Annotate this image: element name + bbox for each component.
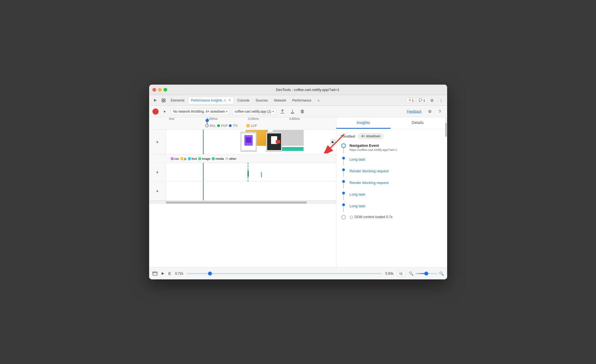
rb1-text: Render blocking request <box>350 168 443 177</box>
upload-icon-btn[interactable] <box>279 108 286 115</box>
feedback-link[interactable]: Feedback <box>407 110 422 113</box>
network-row-label[interactable] <box>149 163 166 181</box>
url-chevron-icon: ▾ <box>272 110 274 113</box>
error-count: 1 <box>412 99 414 102</box>
empty-section <box>166 130 203 154</box>
nav-entry-text: Navigation Event https://coffee-cart.net… <box>350 143 443 153</box>
maximize-button[interactable] <box>164 88 167 92</box>
long-task-2-link[interactable]: Long task <box>350 192 365 196</box>
tl-left-dom <box>341 215 346 219</box>
inspect-icon-btn[interactable] <box>160 97 167 104</box>
nav-title: Navigation Event <box>350 143 443 148</box>
dom-text: DOM content loaded 0.7s <box>350 215 443 219</box>
thumb-inner-1 <box>242 133 256 150</box>
filmstrip-label[interactable] <box>149 130 166 154</box>
play-btn[interactable] <box>161 272 165 275</box>
playback-slider[interactable] <box>187 273 382 274</box>
tab-network[interactable]: Network <box>271 97 289 104</box>
legend-bar: css js font image media <box>149 155 336 163</box>
record-button[interactable] <box>152 108 159 115</box>
blue-line-third <box>203 182 204 200</box>
thumb-img-icon <box>276 140 280 143</box>
url-dropdown[interactable]: coffee-cart.netlify.app (1) ▾ <box>232 108 276 115</box>
zoom-in-icon[interactable]: 🔍 <box>439 271 444 276</box>
legend-image-color <box>198 157 201 160</box>
svg-point-9 <box>350 216 353 219</box>
minimize-button[interactable] <box>158 88 162 92</box>
long-task-1-link[interactable]: Long task <box>350 157 365 161</box>
throttle-chevron-icon: ▾ <box>226 110 227 113</box>
thumb-purple-inner <box>246 137 251 143</box>
titlebar: DevTools - coffee-cart.netlify.app/?ad=1 <box>149 85 447 95</box>
screenshot-btn[interactable] <box>152 272 157 275</box>
tabs-right: ✕ 1 💬 1 ⚙ ⋮ <box>407 97 445 104</box>
skip-to-start-btn[interactable] <box>168 272 172 275</box>
cursor-icon-btn[interactable] <box>151 97 159 104</box>
help-btn[interactable]: ? <box>436 108 444 115</box>
legend-font: font <box>188 157 197 160</box>
thumbnail-1 <box>241 132 257 152</box>
tl-line-3 <box>343 171 344 177</box>
tab-insights[interactable]: Insights <box>336 117 391 129</box>
throttle-info: Throttled: 4× slowdown <box>341 133 443 139</box>
timestamp-4800ms: 4,800ms <box>289 117 300 120</box>
entry-navigation: Navigation Event https://coffee-cart.net… <box>341 143 443 153</box>
nav-url: https://coffee-cart.netlify.app/?ad=1 <box>350 148 443 151</box>
tab-console[interactable]: Console <box>234 97 252 104</box>
toolbar-settings-btn[interactable]: ⚙ <box>426 108 434 115</box>
tab-performance-insights[interactable]: Performance insights ⚠ ✕ <box>188 97 234 104</box>
more-options-btn[interactable]: ⋮ <box>437 97 445 104</box>
third-row <box>149 182 336 201</box>
tab-details[interactable]: Details <box>390 117 445 129</box>
lt1-dot <box>342 157 345 160</box>
svg-rect-0 <box>162 99 163 100</box>
zoom-thumb[interactable] <box>424 272 428 275</box>
legend-other-label: other <box>229 157 236 160</box>
tab-sources[interactable]: Sources <box>253 97 271 104</box>
chat-count: 1 <box>423 99 425 102</box>
tab-elements[interactable]: Elements <box>168 97 187 104</box>
devtools-window: DevTools - coffee-cart.netlify.app/?ad=1… <box>149 85 447 279</box>
tl-left-rb1 <box>341 168 346 177</box>
tab-close-icon[interactable]: ✕ <box>228 98 231 102</box>
tabs-bar: Elements Performance insights ⚠ ✕ Consol… <box>149 95 447 106</box>
markers-row: DCL FCP TTI <box>205 124 238 127</box>
legend-image-label: image <box>202 157 210 160</box>
zoom-slider[interactable] <box>415 273 437 274</box>
speed-badge[interactable]: x1 <box>397 271 405 276</box>
tl-line-2 <box>343 160 344 165</box>
tab-performance-label: Performance <box>292 98 311 102</box>
tab-performance[interactable]: Performance <box>289 97 314 104</box>
legend-js-label: js <box>184 157 186 160</box>
settings-icon-btn[interactable]: ⚙ <box>428 97 436 104</box>
error-badge-btn[interactable]: ✕ 1 <box>407 98 415 103</box>
download-icon-btn[interactable] <box>289 108 296 115</box>
throttle-dropdown[interactable]: No network throttling, 4× slowdown ▾ <box>171 108 230 115</box>
svg-point-8 <box>229 124 232 127</box>
chat-badge-btn[interactable]: 💬 1 <box>417 98 427 103</box>
right-scrollbar-thumb <box>445 123 447 137</box>
zoom-out-icon[interactable]: 🔍 <box>409 271 414 276</box>
close-button[interactable] <box>152 88 156 92</box>
lcp-marker-row: LCP <box>246 124 257 127</box>
delete-icon-btn[interactable]: 🗑 <box>299 108 306 115</box>
right-scrollbar[interactable] <box>445 117 447 129</box>
more-tabs-btn[interactable]: » <box>315 97 322 104</box>
tl-line-6 <box>343 206 344 212</box>
long-task-3-link[interactable]: Long task <box>350 204 365 208</box>
timestamp-0ms: 0ms <box>169 117 174 120</box>
horizontal-scrollbar[interactable] <box>149 201 336 204</box>
chat-icon: 💬 <box>419 98 422 102</box>
render-block-1-link[interactable]: Render blocking request <box>350 169 389 173</box>
render-block-2-link[interactable]: Render blocking request <box>350 181 389 185</box>
third-row-label[interactable] <box>149 182 166 200</box>
tl-left-rb2 <box>341 180 346 188</box>
blue-line-filmstrip <box>203 130 204 154</box>
timeline-nav-arrow[interactable]: ▶ <box>330 140 335 145</box>
playback-thumb[interactable] <box>208 272 212 275</box>
record-dropdown-btn[interactable]: ▾ <box>161 108 169 115</box>
tl-line-4 <box>343 183 344 188</box>
filmstrip-content <box>166 130 336 154</box>
blue-line-network <box>203 163 204 181</box>
entry-render-block-1: Render blocking request <box>341 168 443 177</box>
